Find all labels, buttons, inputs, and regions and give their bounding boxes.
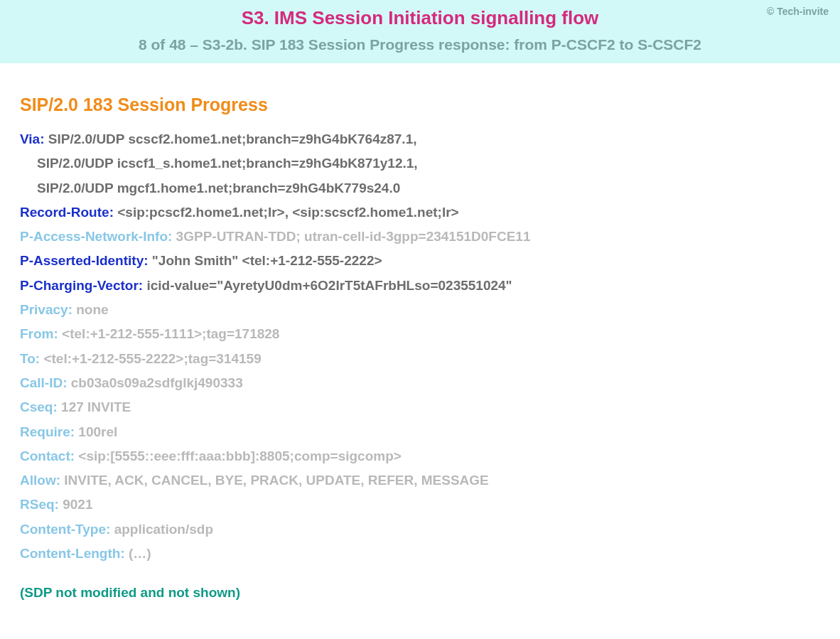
- allow-header: Allow: INVITE, ACK, CANCEL, BYE, PRACK, …: [20, 469, 820, 492]
- via-header-name: Via: [20, 131, 40, 146]
- pai-value: "John Smith" <tel:+1-212-555-2222>: [152, 253, 382, 268]
- clen-value: (…): [129, 546, 151, 561]
- ctype-name: Content-Type: [20, 522, 106, 537]
- cseq-header: Cseq: 127 INVITE: [20, 396, 820, 419]
- contact-value: <sip:[5555::eee:fff:aaa:bbb]:8805;comp=s…: [78, 449, 402, 463]
- require-name: Require: [20, 424, 70, 439]
- rseq-value: 9021: [63, 497, 92, 512]
- record-route-name: Record-Route: [20, 205, 109, 220]
- require-value: 100rel: [78, 424, 117, 439]
- clen-name: Content-Length: [20, 546, 120, 561]
- copyright-label: © Tech-invite: [767, 6, 829, 17]
- privacy-value: none: [76, 302, 108, 317]
- pcv-name: P-Charging-Vector: [20, 278, 139, 293]
- cseq-value: 127 INVITE: [61, 399, 131, 414]
- rseq-header: RSeq: 9021: [20, 493, 820, 516]
- from-name: From: [20, 326, 54, 341]
- require-header: Require: 100rel: [20, 421, 820, 444]
- sub-title: 8 of 48 – S3-2b. SIP 183 Session Progres…: [14, 36, 826, 53]
- p-asserted-identity-header: P-Asserted-Identity: "John Smith" <tel:+…: [20, 249, 820, 272]
- pani-value: 3GPP-UTRAN-TDD; utran-cell-id-3gpp=23415…: [176, 229, 531, 244]
- call-id-header: Call-ID: cb03a0s09a2sdfglkj490333: [20, 372, 820, 394]
- to-header: To: <tel:+1-212-555-2222>;tag=314159: [20, 348, 820, 370]
- via-continuation-2: SIP/2.0/UDP icscf1_s.home1.net;branch=z9…: [20, 152, 820, 175]
- sip-message-content: SIP/2.0 183 Session Progress Via: SIP/2.…: [0, 63, 840, 615]
- content-length-header: Content-Length: (…): [20, 542, 820, 565]
- allow-name: Allow: [20, 473, 56, 488]
- cseq-name: Cseq: [20, 399, 53, 414]
- header-banner: © Tech-invite S3. IMS Session Initiation…: [0, 0, 840, 63]
- record-route-value: <sip:pcscf2.home1.net;lr>, <sip:scscf2.h…: [117, 205, 458, 220]
- contact-name: Contact: [20, 449, 70, 463]
- via-header: Via: SIP/2.0/UDP scscf2.home1.net;branch…: [20, 128, 820, 151]
- record-route-header: Record-Route: <sip:pcscf2.home1.net;lr>,…: [20, 201, 820, 224]
- pai-name: P-Asserted-Identity: [20, 253, 144, 268]
- p-access-network-info-header: P-Access-Network-Info: 3GPP-UTRAN-TDD; u…: [20, 225, 820, 248]
- rseq-name: RSeq: [20, 497, 55, 512]
- sip-status-line: SIP/2.0 183 Session Progress: [20, 95, 820, 115]
- main-title: S3. IMS Session Initiation signalling fl…: [14, 7, 826, 29]
- via-value-3: SIP/2.0/UDP mgcf1.home1.net;branch=z9hG4…: [37, 181, 400, 195]
- contact-header: Contact: <sip:[5555::eee:fff:aaa:bbb]:88…: [20, 445, 820, 468]
- ctype-value: application/sdp: [114, 522, 213, 537]
- pani-name: P-Access-Network-Info: [20, 229, 168, 244]
- privacy-name: Privacy: [20, 302, 68, 317]
- to-value: <tel:+1-212-555-2222>;tag=314159: [43, 351, 261, 366]
- to-name: To: [20, 351, 36, 366]
- pcv-value: icid-value="AyretyU0dm+6O2IrT5tAFrbHLso=…: [146, 278, 512, 293]
- p-charging-vector-header: P-Charging-Vector: icid-value="AyretyU0d…: [20, 274, 820, 297]
- callid-name: Call-ID: [20, 375, 63, 390]
- sdp-note: (SDP not modified and not shown): [20, 585, 820, 601]
- allow-value: INVITE, ACK, CANCEL, BYE, PRACK, UPDATE,…: [64, 473, 489, 488]
- from-header: From: <tel:+1-212-555-1111>;tag=171828: [20, 323, 820, 345]
- callid-value: cb03a0s09a2sdfglkj490333: [71, 375, 243, 390]
- via-value-2: SIP/2.0/UDP icscf1_s.home1.net;branch=z9…: [37, 156, 418, 171]
- via-continuation-3: SIP/2.0/UDP mgcf1.home1.net;branch=z9hG4…: [20, 177, 820, 200]
- privacy-header: Privacy: none: [20, 299, 820, 321]
- via-value-1: SIP/2.0/UDP scscf2.home1.net;branch=z9hG…: [48, 131, 417, 146]
- from-value: <tel:+1-212-555-1111>;tag=171828: [62, 326, 279, 341]
- content-type-header: Content-Type: application/sdp: [20, 518, 820, 541]
